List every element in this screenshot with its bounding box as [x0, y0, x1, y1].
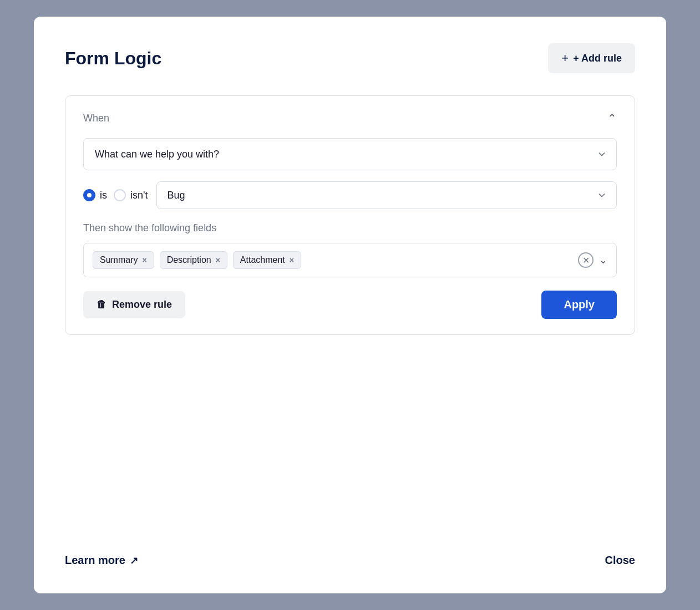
radio-isnt-label: isn't	[130, 190, 148, 201]
modal-header: Form Logic + + Add rule	[65, 43, 635, 73]
field-select[interactable]: What can we help you with?	[83, 138, 617, 170]
tags-chevron-down-icon[interactable]: ⌄	[599, 254, 607, 266]
tags-actions: ✕ ⌄	[578, 252, 607, 268]
when-header: When ⌃	[83, 111, 617, 125]
remove-rule-button[interactable]: 🗑 Remove rule	[83, 291, 185, 318]
add-rule-button[interactable]: + + Add rule	[548, 43, 635, 73]
clear-icon: ✕	[582, 255, 590, 266]
plus-icon: +	[561, 51, 569, 65]
clear-tags-button[interactable]: ✕	[578, 252, 594, 268]
radio-is-label: is	[100, 190, 107, 201]
remove-rule-label: Remove rule	[112, 299, 172, 311]
condition-radio-group: is isn't	[83, 189, 148, 201]
radio-isnt-option[interactable]: isn't	[114, 189, 148, 201]
tag-summary: Summary ×	[93, 251, 154, 269]
modal-title: Form Logic	[65, 48, 161, 69]
trash-icon: 🗑	[97, 299, 106, 311]
rule-card: When ⌃ What can we help you with? is isn…	[65, 95, 635, 335]
condition-row: is isn't Bug	[83, 181, 617, 209]
then-label: Then show the following fields	[83, 222, 617, 234]
tag-description-remove[interactable]: ×	[216, 256, 220, 265]
tag-description-label: Description	[167, 255, 211, 265]
radio-is-option[interactable]: is	[83, 189, 107, 201]
learn-more-label: Learn more	[65, 554, 125, 567]
rule-actions: 🗑 Remove rule Apply	[83, 291, 617, 319]
tag-attachment-label: Attachment	[240, 255, 285, 265]
form-logic-modal: Form Logic + + Add rule When ⌃ What can …	[34, 17, 666, 593]
radio-isnt-circle[interactable]	[114, 189, 126, 201]
tag-summary-label: Summary	[100, 255, 138, 265]
radio-is-circle[interactable]	[83, 189, 95, 201]
when-label: When	[83, 113, 109, 124]
tag-attachment: Attachment ×	[233, 251, 301, 269]
fields-tags-container[interactable]: Summary × Description × Attachment × ✕ ⌄	[83, 243, 617, 277]
tag-summary-remove[interactable]: ×	[142, 256, 146, 265]
external-link-icon: ↗	[130, 555, 138, 567]
close-button[interactable]: Close	[605, 554, 635, 567]
condition-value-select[interactable]: Bug	[156, 181, 617, 209]
tag-attachment-remove[interactable]: ×	[290, 256, 294, 265]
tag-description: Description ×	[160, 251, 227, 269]
modal-footer: Learn more ↗ Close	[65, 532, 635, 567]
learn-more-link[interactable]: Learn more ↗	[65, 554, 138, 567]
add-rule-label: + Add rule	[573, 53, 622, 64]
when-collapse-icon[interactable]: ⌃	[607, 111, 617, 125]
apply-button[interactable]: Apply	[541, 291, 617, 319]
